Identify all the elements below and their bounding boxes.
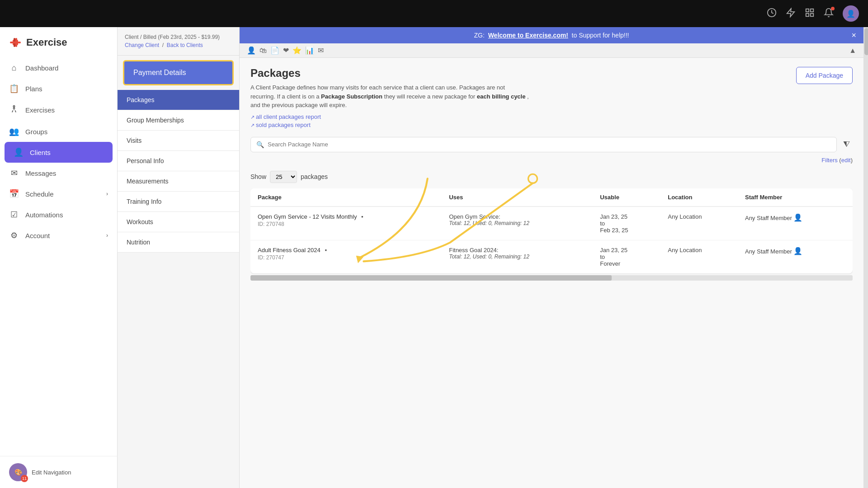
change-client-link[interactable]: Change Client xyxy=(125,42,159,48)
user-avatar[interactable]: 👤 xyxy=(843,5,859,22)
package-cell-2: Adult Fitness Goal 2024 ▪ ID: 270747 xyxy=(250,240,442,273)
sec-nav-workouts[interactable]: Workouts xyxy=(118,212,239,232)
search-filter-row: 🔍 ⧨ xyxy=(250,137,853,152)
exercises-icon xyxy=(9,104,19,116)
sec-nav-personal-info[interactable]: Personal Info xyxy=(118,151,239,171)
sidebar-item-groups[interactable]: 👥 Groups xyxy=(0,121,117,142)
right-scrollbar[interactable] xyxy=(863,27,868,488)
table-body: Open Gym Service - 12 Visits Monthly ▪ I… xyxy=(250,206,853,273)
col-package: Package xyxy=(250,188,442,206)
footer-label: Edit Navigation xyxy=(32,469,71,476)
filter-button[interactable]: ⧨ xyxy=(840,137,853,152)
sec-nav-packages[interactable]: Packages xyxy=(118,90,239,110)
sub-header-star-icon[interactable]: ⭐ xyxy=(292,46,302,55)
account-arrow: › xyxy=(106,232,108,239)
sidebar-item-clients[interactable]: 👤 Clients xyxy=(5,142,113,163)
packages-table: Package Uses Usable Location Staff Membe… xyxy=(250,188,853,273)
show-select[interactable]: 25 50 100 xyxy=(270,171,297,183)
desc-bold1: Package Subscription xyxy=(321,93,382,100)
content-area: Client / Billed (Feb 23rd, 2025 - $19.99… xyxy=(118,27,868,488)
schedule-icon: 📅 xyxy=(9,189,19,199)
table-header: Package Uses Usable Location Staff Membe… xyxy=(250,188,853,206)
packages-header: Packages A Client Package defines how ma… xyxy=(250,67,853,130)
logo-text: Exercise xyxy=(26,37,67,48)
bell-icon[interactable] xyxy=(824,8,834,20)
sub-header-user-icon[interactable]: 👤 xyxy=(247,46,256,55)
clock-icon[interactable] xyxy=(767,8,777,20)
col-uses: Uses xyxy=(442,188,593,206)
sidebar-item-automations[interactable]: ☑ Automations xyxy=(0,204,117,225)
add-package-button[interactable]: Add Package xyxy=(796,67,853,84)
staff-icon-2: 👤 xyxy=(793,247,802,255)
sidebar: Exercise ⌂ Dashboard 📋 Plans Exercises 👥… xyxy=(0,27,118,488)
sold-packages-link[interactable]: sold packages report xyxy=(250,122,531,128)
table-wrapper: Package Uses Usable Location Staff Membe… xyxy=(250,188,853,281)
location-cell-2: Any Location xyxy=(660,240,738,273)
schedule-arrow: › xyxy=(106,191,108,197)
svg-rect-5 xyxy=(806,13,809,16)
sidebar-label-account: Account xyxy=(25,232,50,239)
packages-info: Packages A Client Package defines how ma… xyxy=(250,67,531,130)
sub-header-up-icon[interactable]: ▲ xyxy=(849,47,856,55)
staff-cell-1: Any Staff Member 👤 xyxy=(738,206,853,240)
notification-bar: ZG: Welcome to Exercise.com! to Support … xyxy=(240,27,863,43)
svg-rect-3 xyxy=(811,9,813,11)
filters-edit-link[interactable]: edit xyxy=(841,157,851,164)
sidebar-item-schedule[interactable]: 📅 Schedule › xyxy=(0,183,117,204)
sec-nav-group-memberships[interactable]: Group Memberships xyxy=(118,110,239,131)
uses-total-1: Total: 12, Used: 0, Remaining: 12 xyxy=(449,220,585,226)
package-icon-2: ▪ xyxy=(325,247,327,253)
date-range-2: Jan 23, 25 to Forever xyxy=(600,247,653,267)
grid-icon[interactable] xyxy=(805,8,815,20)
sidebar-item-exercises[interactable]: Exercises xyxy=(0,99,117,121)
package-name-2: Adult Fitness Goal 2024 ▪ xyxy=(258,247,434,253)
client-billing: Client / Billed (Feb 23rd, 2025 - $19.99… xyxy=(125,34,232,40)
sub-header-heart-icon[interactable]: ❤ xyxy=(283,46,289,55)
location-cell-1: Any Location xyxy=(660,206,738,240)
sec-nav-measurements[interactable]: Measurements xyxy=(118,171,239,192)
sec-nav-nutrition[interactable]: Nutrition xyxy=(118,232,239,253)
notif-close-button[interactable]: × xyxy=(851,31,856,40)
date-range-1: Jan 23, 25 to Feb 23, 25 xyxy=(600,213,653,234)
sub-header: 👤 🛍 📄 ❤ ⭐ 📊 ✉ ▲ xyxy=(240,43,863,58)
all-client-packages-link[interactable]: all client packages report xyxy=(250,113,531,120)
sidebar-label-dashboard: Dashboard xyxy=(25,64,58,72)
lightning-icon[interactable] xyxy=(786,8,796,20)
packages-content: Packages A Client Package defines how ma… xyxy=(240,58,863,488)
packages-title: Packages xyxy=(250,67,531,80)
back-to-clients-link[interactable]: Back to Clients xyxy=(167,42,203,48)
horizontal-scrollbar[interactable] xyxy=(250,275,853,281)
sidebar-label-exercises: Exercises xyxy=(25,106,55,114)
sidebar-footer[interactable]: 🎨 11 Edit Navigation xyxy=(0,456,117,488)
svg-marker-1 xyxy=(787,8,795,16)
search-input[interactable] xyxy=(268,141,831,148)
clients-icon: 👤 xyxy=(14,147,24,157)
sub-header-mail-icon[interactable]: ✉ xyxy=(318,46,324,55)
sec-nav-training-info[interactable]: Training Info xyxy=(118,192,239,212)
sidebar-item-account[interactable]: ⚙ Account › xyxy=(0,225,117,246)
sidebar-item-messages[interactable]: ✉ Messages xyxy=(0,163,117,183)
svg-rect-4 xyxy=(811,13,813,16)
sidebar-item-plans[interactable]: 📋 Plans xyxy=(0,78,117,99)
footer-avatar: 🎨 11 xyxy=(9,463,27,481)
package-cell-1: Open Gym Service - 12 Visits Monthly ▪ I… xyxy=(250,206,442,240)
sub-header-doc-icon[interactable]: 📄 xyxy=(270,46,279,55)
svg-point-13 xyxy=(13,106,14,107)
sub-header-bag-icon[interactable]: 🛍 xyxy=(259,47,267,55)
show-row: Show 25 50 100 packages xyxy=(250,171,853,183)
filters-label: Filters xyxy=(821,157,837,164)
packages-links: all client packages report sold packages… xyxy=(250,113,531,128)
uses-service-1: Open Gym Service: xyxy=(449,213,585,220)
plans-icon: 📋 xyxy=(9,84,19,94)
sec-nav-visits[interactable]: Visits xyxy=(118,131,239,151)
sub-header-chart-icon[interactable]: 📊 xyxy=(305,46,314,55)
payment-details-box[interactable]: Payment Details xyxy=(123,60,234,85)
sidebar-item-dashboard[interactable]: ⌂ Dashboard xyxy=(0,58,117,78)
packages-count-label: packages xyxy=(301,173,328,180)
svg-rect-10 xyxy=(15,38,17,42)
sidebar-logo: Exercise xyxy=(0,27,117,53)
usable-cell-2: Jan 23, 25 to Forever xyxy=(593,240,660,273)
sidebar-label-schedule: Schedule xyxy=(25,190,54,198)
search-icon: 🔍 xyxy=(256,141,264,148)
notif-suffix: to Support for help!!! xyxy=(572,32,629,39)
